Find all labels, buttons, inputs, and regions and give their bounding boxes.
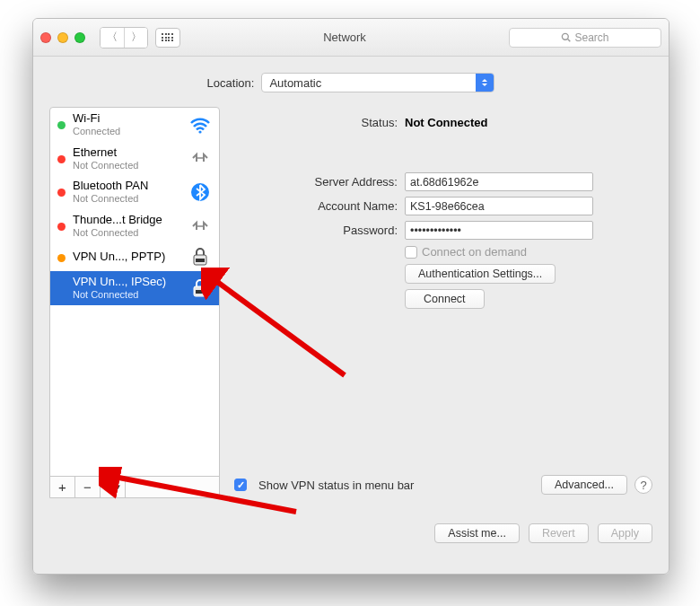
vpn-icon — [188, 278, 212, 298]
status-label: Status: — [234, 116, 405, 129]
grid-icon — [162, 33, 174, 41]
zoom-window-button[interactable] — [74, 32, 85, 43]
connect-row: Connect — [234, 289, 652, 309]
status-dot-icon — [57, 189, 66, 197]
back-button[interactable]: 〈 — [101, 28, 124, 48]
service-status: Not Connected — [73, 160, 181, 171]
connect-on-demand-label: Connect on demand — [422, 245, 527, 259]
location-select[interactable]: Automatic — [261, 73, 494, 92]
svg-point-9 — [201, 225, 203, 227]
nav-back-forward: 〈 〉 — [100, 27, 148, 48]
bottom-options-row: Show VPN status in menu bar Advanced... … — [234, 475, 652, 495]
apply-button[interactable]: Apply — [598, 523, 652, 543]
location-value: Automatic — [269, 76, 321, 90]
connect-on-demand-row: Connect on demand — [234, 245, 652, 259]
svg-line-1 — [568, 40, 571, 42]
footer: Assist me... Revert Apply — [33, 511, 669, 556]
svg-point-5 — [201, 157, 203, 159]
sidebar-item-service[interactable]: VPN Un..., PPTP) — [50, 242, 219, 271]
service-actions-button[interactable]: ⚙︎▼ — [101, 477, 126, 497]
service-list-toolbar: + − ⚙︎▼ — [50, 476, 219, 497]
service-name: Thunde...t Bridge — [73, 214, 181, 227]
svg-point-2 — [198, 130, 201, 133]
account-name-input[interactable] — [405, 197, 593, 215]
location-label: Location: — [207, 76, 255, 90]
minimize-window-button[interactable] — [57, 32, 68, 43]
status-dot-icon — [57, 254, 66, 262]
password-label: Password: — [234, 224, 405, 237]
svg-rect-11 — [196, 259, 205, 262]
service-name: Wi-Fi — [73, 112, 181, 126]
auth-settings-button[interactable]: Authentication Settings... — [405, 264, 556, 284]
svg-point-0 — [563, 33, 569, 40]
service-status: Not Connected — [73, 289, 181, 301]
svg-point-4 — [199, 157, 201, 159]
svg-point-8 — [199, 225, 201, 227]
location-row: Location: Automatic — [49, 73, 652, 92]
vpn-icon — [188, 247, 212, 267]
assist-me-button[interactable]: Assist me... — [434, 523, 520, 543]
service-list[interactable]: Wi-FiConnectedEthernetNot ConnectedBluet… — [50, 108, 219, 476]
remove-service-button[interactable]: − — [75, 477, 101, 497]
service-list-sidebar: Wi-FiConnectedEthernetNot ConnectedBluet… — [49, 107, 220, 498]
toolbar-spacer — [126, 477, 219, 497]
search-placeholder: Search — [574, 31, 608, 44]
sidebar-item-service[interactable]: Bluetooth PANNot Connected — [50, 175, 219, 209]
show-all-button[interactable] — [155, 28, 180, 48]
ethernet-icon — [188, 216, 212, 236]
status-dot-icon — [57, 121, 66, 129]
service-status: Connected — [73, 126, 181, 137]
status-dot-icon — [57, 155, 66, 163]
service-status: Not Connected — [73, 193, 181, 205]
service-details-panel: Status: Not Connected Server Address: Ac… — [234, 107, 652, 498]
chevron-down-icon: ▼ — [115, 483, 122, 491]
status-row: Status: Not Connected — [234, 116, 652, 129]
password-input[interactable] — [405, 221, 593, 240]
ethernet-icon — [188, 148, 212, 168]
svg-point-3 — [197, 157, 199, 159]
svg-point-7 — [197, 225, 199, 227]
content-area: Location: Automatic Wi-FiConnectedEthern… — [33, 57, 669, 511]
add-service-button[interactable]: + — [50, 477, 75, 497]
status-value: Not Connected — [405, 116, 487, 129]
connect-on-demand-checkbox[interactable] — [405, 246, 417, 259]
sidebar-item-service[interactable]: VPN Un..., IPSec)Not Connected — [50, 271, 219, 305]
server-address-input[interactable] — [405, 172, 593, 191]
status-dot-icon — [57, 223, 66, 231]
sidebar-item-service[interactable]: Wi-FiConnected — [50, 108, 219, 142]
help-button[interactable]: ? — [634, 476, 652, 494]
revert-button[interactable]: Revert — [529, 523, 589, 543]
service-status: Not Connected — [73, 227, 181, 239]
titlebar: 〈 〉 Network Search — [33, 19, 669, 57]
service-name: VPN Un..., IPSec) — [73, 276, 181, 289]
svg-rect-13 — [196, 290, 205, 294]
gear-icon: ⚙︎ — [104, 481, 113, 493]
account-row: Account Name: — [234, 197, 652, 215]
window-title: Network — [188, 31, 502, 44]
chevron-updown-icon — [476, 74, 494, 92]
bluetooth-icon — [188, 182, 212, 202]
forward-button[interactable]: 〉 — [124, 28, 147, 48]
search-icon — [561, 32, 571, 42]
connect-button[interactable]: Connect — [405, 289, 485, 309]
show-vpn-status-checkbox[interactable] — [234, 479, 247, 491]
password-row: Password: — [234, 221, 652, 240]
network-prefs-window: 〈 〉 Network Search Location: Automatic — [32, 18, 669, 575]
sidebar-item-service[interactable]: Thunde...t BridgeNot Connected — [50, 209, 219, 243]
show-vpn-status-label: Show VPN status in menu bar — [258, 479, 414, 492]
service-name: Bluetooth PAN — [73, 180, 181, 193]
advanced-button[interactable]: Advanced... — [541, 475, 627, 495]
server-address-label: Server Address: — [234, 175, 405, 189]
account-name-label: Account Name: — [234, 199, 405, 213]
server-row: Server Address: — [234, 172, 652, 191]
service-name: Ethernet — [73, 146, 181, 160]
service-name: VPN Un..., PPTP) — [73, 250, 181, 264]
close-window-button[interactable] — [40, 32, 51, 43]
window-controls — [40, 32, 85, 43]
search-field[interactable]: Search — [509, 28, 661, 48]
wifi-icon — [188, 115, 212, 135]
sidebar-item-service[interactable]: EthernetNot Connected — [50, 142, 219, 176]
auth-settings-row: Authentication Settings... — [234, 264, 652, 284]
